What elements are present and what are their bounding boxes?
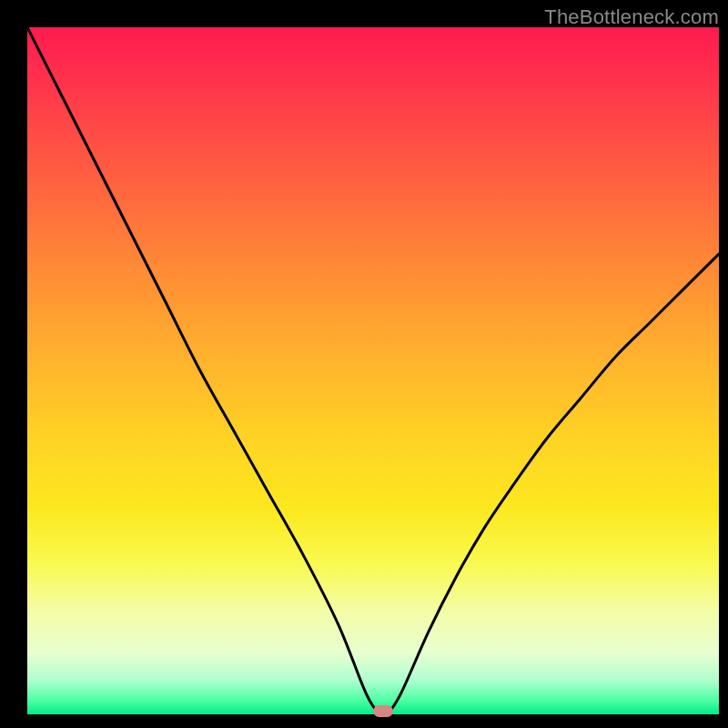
- plot-area: [27, 27, 719, 714]
- bottleneck-curve: [27, 27, 719, 714]
- watermark-text: TheBottleneck.com: [544, 5, 719, 29]
- optimum-marker: [373, 705, 393, 717]
- chart-frame: TheBottleneck.com: [0, 0, 728, 728]
